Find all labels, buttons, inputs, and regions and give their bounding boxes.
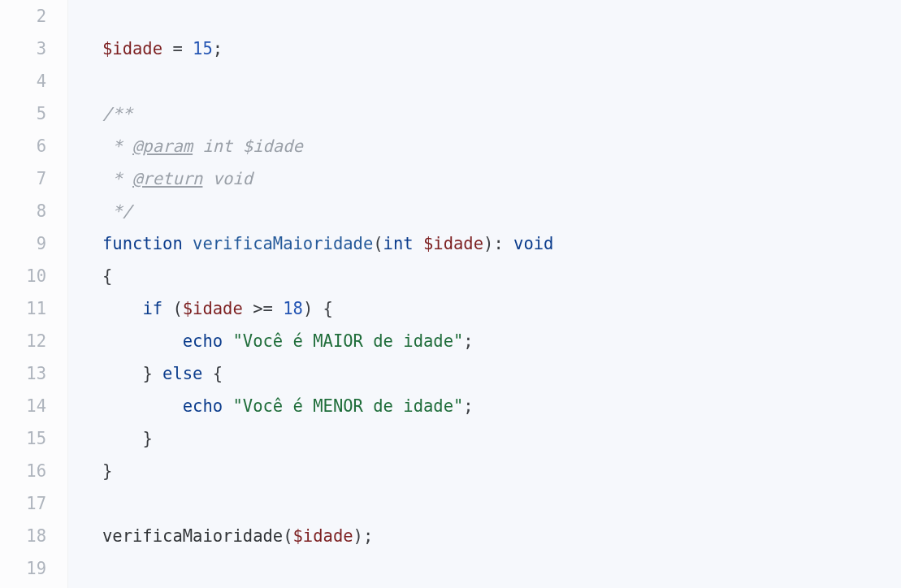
line-number: 6 xyxy=(0,130,67,162)
line-number: 12 xyxy=(0,325,67,357)
token-punct: ) xyxy=(353,526,363,546)
code-line xyxy=(68,487,901,520)
code-line: if ($idade >= 18) { xyxy=(68,292,901,325)
token-variable: $idade xyxy=(102,39,162,58)
code-line: { xyxy=(68,260,901,292)
token-variable: $idade xyxy=(293,526,353,546)
token-indent xyxy=(102,396,183,416)
token-string: "Você é MENOR de idade" xyxy=(232,396,463,416)
token-punct: ( xyxy=(283,526,292,546)
token-doctag: @return xyxy=(132,169,202,188)
token-comment: */ xyxy=(102,201,132,221)
token-keyword: if xyxy=(142,299,162,318)
token-space xyxy=(223,331,232,351)
line-number: 18 xyxy=(0,520,67,552)
token-doctag: @param xyxy=(132,136,193,156)
code-line: */ xyxy=(68,195,901,227)
code-line xyxy=(68,65,901,97)
token-indent xyxy=(102,331,183,351)
token-punct: ( xyxy=(172,299,182,318)
line-number: 19 xyxy=(0,552,67,585)
code-line: echo "Você é MAIOR de idade"; xyxy=(68,325,901,357)
token-doc-var: $idade xyxy=(243,136,303,156)
line-number: 15 xyxy=(0,422,67,455)
code-line: } else { xyxy=(68,357,901,390)
line-number-gutter: 2 3 4 5 6 7 8 9 10 11 12 13 14 15 16 17 … xyxy=(0,0,68,588)
token-punct: ( xyxy=(373,234,383,253)
token-keyword: echo xyxy=(183,396,223,416)
token-punct: : xyxy=(493,234,513,253)
token-variable: $idade xyxy=(423,234,483,253)
token-keyword: echo xyxy=(183,331,223,351)
token-type: void xyxy=(513,234,553,253)
token-punct: ) xyxy=(483,234,493,253)
token-comment: * xyxy=(102,169,132,188)
line-number: 10 xyxy=(0,260,67,292)
token-operator: = xyxy=(162,39,193,58)
code-line: } xyxy=(68,422,901,455)
code-line: * @param int $idade xyxy=(68,130,901,162)
line-number: 3 xyxy=(0,32,67,65)
token-brace: } xyxy=(102,461,112,481)
code-line xyxy=(68,0,901,32)
line-number: 9 xyxy=(0,227,67,260)
line-number: 5 xyxy=(0,97,67,130)
token-punct: ; xyxy=(463,331,473,351)
code-line: function verificaMaioridade(int $idade):… xyxy=(68,227,901,260)
token-brace: { xyxy=(102,266,112,286)
token-string: "Você é MAIOR de idade" xyxy=(232,331,463,351)
code-line: verificaMaioridade($idade); xyxy=(68,520,901,552)
token-space xyxy=(223,396,232,416)
token-indent xyxy=(102,299,142,318)
token-brace: } xyxy=(142,429,152,448)
token-type: int xyxy=(383,234,414,253)
token-operator: >= xyxy=(243,299,283,318)
code-line: /** xyxy=(68,97,901,130)
token-punct: ; xyxy=(213,39,223,58)
line-number: 7 xyxy=(0,162,67,195)
token-doc-type: void xyxy=(202,169,253,188)
token-brace: } xyxy=(142,364,162,383)
line-number: 17 xyxy=(0,487,67,520)
token-number: 15 xyxy=(193,39,213,58)
token-function-call: verificaMaioridade xyxy=(102,526,283,546)
token-comment: * xyxy=(102,136,132,156)
token-space xyxy=(414,234,423,253)
token-space xyxy=(183,234,193,253)
line-number: 4 xyxy=(0,65,67,97)
line-number: 2 xyxy=(0,0,67,32)
token-punct: ) { xyxy=(303,299,333,318)
token-space xyxy=(162,299,172,318)
token-keyword: else xyxy=(162,364,202,383)
token-punct: ; xyxy=(463,396,473,416)
code-line xyxy=(68,552,901,585)
line-number: 13 xyxy=(0,357,67,390)
token-variable: $idade xyxy=(183,299,243,318)
token-function-decl: verificaMaioridade xyxy=(193,234,373,253)
line-number: 8 xyxy=(0,195,67,227)
token-punct: ; xyxy=(363,526,373,546)
token-number: 18 xyxy=(283,299,303,318)
code-line: $idade = 15; xyxy=(68,32,901,65)
token-indent xyxy=(102,429,142,448)
code-line: echo "Você é MENOR de idade"; xyxy=(68,390,901,422)
token-doc-type: int xyxy=(193,136,243,156)
line-number: 14 xyxy=(0,390,67,422)
line-number: 11 xyxy=(0,292,67,325)
token-keyword: function xyxy=(102,234,183,253)
code-line: * @return void xyxy=(68,162,901,195)
code-editor-content[interactable]: $idade = 15; /** * @param int $idade * @… xyxy=(68,0,901,588)
token-indent xyxy=(102,364,142,383)
token-brace: { xyxy=(202,364,223,383)
token-comment: /** xyxy=(102,104,132,123)
code-line: } xyxy=(68,455,901,487)
line-number: 16 xyxy=(0,455,67,487)
